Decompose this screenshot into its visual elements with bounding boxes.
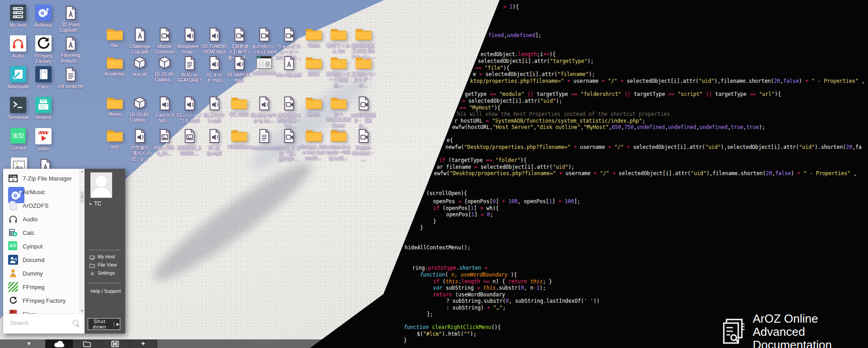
desktop-item[interactable]: init script.txt <box>58 67 83 89</box>
desktop-item[interactable]: あの頃のいつかは.mp4 <box>251 27 277 55</box>
desktop-item[interactable]: ロペVOCALOID Cover Album <box>326 96 351 134</box>
desktop-item[interactable]: Academic <box>102 56 127 76</box>
scroll-up-icon[interactable]: ▲ <box>80 169 85 174</box>
desktop-item[interactable]: voices in a bottle ~%G 比ら同… <box>326 129 351 161</box>
user-shortcut[interactable]: My Host <box>90 254 117 259</box>
desktop-item[interactable]: 米津玄師 x 菅田将暉・『灰… <box>276 96 302 129</box>
desktop-item[interactable]: 3 am lo-fi hph… <box>152 96 177 124</box>
desktop-item-label: sm32423320・【初音… <box>350 112 377 129</box>
start-menu-item[interactable]: Dummy <box>3 267 85 280</box>
start-menu-scrollbar[interactable]: ▲ ≡ ▼ <box>80 169 85 314</box>
start-menu-item[interactable]: 速型 Cyinput <box>3 239 85 253</box>
desktop-item[interactable]: Audio <box>5 35 31 58</box>
start-menu-item[interactable]: 7-zip▤ 7-Zip File Manager <box>3 172 85 185</box>
start-menu-item[interactable]: FFmpeg <box>3 280 85 294</box>
desktop-item[interactable]: CC 2019 <box>226 96 252 117</box>
desktop-item[interactable]: test <box>102 129 127 149</box>
desktop-item[interactable]: 歌初語シリーズ主題曲… <box>326 56 351 88</box>
user-label[interactable]: »TC <box>89 200 101 207</box>
desktop-item[interactable]: 01.キセキ.mp3 <box>202 56 227 83</box>
taskbar-tab[interactable] <box>101 339 129 348</box>
desktop-item[interactable]: 速型 Cyinput <box>5 128 31 150</box>
desktop-item-label: 01.星色.mp3 <box>201 145 227 156</box>
desktop-item[interactable]: 2532832_1 03039… <box>177 129 202 156</box>
brand-logo: ArOZ Online Advanced Documentation <box>720 312 868 348</box>
desktop-item-label: 01.砂かせ中かせ.fla… <box>251 112 277 124</box>
desktop-item[interactable]: 空キにとどけ『仮』曲!?OP… <box>276 129 302 162</box>
desktop-item[interactable]: [190211]虹工作社 5thアルバム… <box>351 27 376 59</box>
user-shortcut[interactable]: Settings <box>90 270 117 276</box>
desktop-item[interactable]: Supper Moment・… <box>351 129 376 162</box>
start-menu-app-list-panel: 7-zip▤ 7-Zip File Manager AirMusic ArOZD… <box>3 169 85 334</box>
taskbar-tab[interactable] <box>73 339 101 348</box>
code-line: getType == "module" || targetType == "fo… <box>465 91 781 97</box>
desktop-item[interactable]: BGM <box>301 56 326 76</box>
start-menu-item[interactable]: Documd <box>3 253 85 267</box>
scroll-down-icon[interactable]: ▼ <box>80 308 85 314</box>
taskbar-tab[interactable] <box>45 339 73 348</box>
desktop-item-label: Meme <box>102 111 128 117</box>
desktop-item[interactable]: features.md <box>251 129 277 150</box>
desktop-item[interactable]: AirMusic <box>31 5 56 28</box>
desktop-item[interactable]: 01.ハジメノワタ.mp3 <box>177 96 202 124</box>
taskbar-collapse-button[interactable]: ▼ <box>23 339 35 348</box>
desktop-item[interactable]: 10-20-40-Calibra… <box>127 96 152 123</box>
desktop-item[interactable]: 03.TOMORROW.mp3 <box>202 27 227 55</box>
desktop-item[interactable]: NotepadA <box>5 66 31 89</box>
desktop-item[interactable]: 03.VAPOR.mp3 <box>226 56 252 83</box>
code-line: } <box>433 218 436 224</box>
desktop-item[interactable]: Gringer, Ash e And Just onx'B… <box>301 129 326 161</box>
start-menu-item[interactable]: ArOZDFS <box>3 199 85 212</box>
desktop-item[interactable]: test.stl <box>127 56 152 77</box>
desktop-item-label: voices in a bottle ~%G 比ら同… <box>326 144 352 161</box>
desktop-item[interactable]: 三月のパンタシア・ガ… <box>351 56 376 88</box>
desktop-item[interactable]: dev doc.pdf <box>276 56 302 77</box>
taskbar-tab[interactable]: + <box>129 339 157 348</box>
desktop-item[interactable]: 青空フィルム fze <box>326 27 351 54</box>
desktop-item[interactable]: Biosphere - Snap… <box>177 27 202 55</box>
panel-divider <box>89 250 121 250</box>
desktop-item[interactable]: 10-20-40-Calibra… <box>152 56 177 83</box>
desktop-item[interactable]: 01.星色.mp3 <box>202 129 227 156</box>
desktop-item[interactable]: FFmpeg Factory <box>31 35 56 64</box>
desktop-item[interactable]: FilterReg Robust… <box>58 36 83 64</box>
start-menu-item[interactable]: FFmpeg Factory <box>3 294 85 307</box>
video-icon <box>233 27 245 42</box>
desktop-item[interactable]: Video <box>301 27 326 48</box>
desktop-item[interactable]: HelloWorld <box>251 56 277 76</box>
start-menu-item[interactable]: Filary <box>3 307 85 314</box>
pdf-icon <box>65 36 77 51</box>
desktop-item[interactable]: 夕空連行『落ちんの恋』p… <box>127 129 152 162</box>
desktop-item[interactable]: 800x-193-6_fix… <box>152 129 177 156</box>
panel-divider <box>89 283 121 283</box>
desktop-item[interactable]: Challenge Cup.pdf <box>127 27 152 55</box>
search-input[interactable] <box>9 319 70 327</box>
desktop-item[interactable]: My Host <box>5 5 31 28</box>
desktop-item[interactable]: TerminalA <box>5 97 31 120</box>
shutdown-button[interactable]: Shut down | ▶ <box>88 318 120 330</box>
desktop-item[interactable]: Meme <box>102 96 127 117</box>
desktop-item[interactable]: BUG or FEATURE:t… <box>177 56 202 89</box>
video-icon <box>283 129 295 143</box>
desktop-item[interactable]: Video <box>31 128 56 151</box>
start-menu-item-label: Cyinput <box>23 243 42 250</box>
pdf-icon <box>65 5 77 20</box>
desktop-item[interactable]: flac <box>102 27 127 48</box>
avatar[interactable] <box>90 172 112 198</box>
desktop-item[interactable]: WriterA <box>31 97 56 120</box>
start-menu-item[interactable]: AirMusic <box>3 185 85 199</box>
desktop-item[interactable]: 3D Point Capsule… <box>58 5 83 33</box>
user-shortcut[interactable]: File View <box>90 262 117 267</box>
desktop-item[interactable]: HKOSCon <box>226 129 252 149</box>
desktop-item[interactable]: sm32423320・【初音… <box>351 96 376 129</box>
desktop-item[interactable]: 01.砂かせ中かせ.fla… <box>251 96 277 124</box>
scroll-handle[interactable]: ≡ <box>80 191 84 203</box>
start-menu-item[interactable]: Calc <box>3 226 85 239</box>
help-support-link[interactable]: Help / Support <box>90 288 121 294</box>
desktop-item[interactable]: Flary <box>31 66 56 89</box>
start-menu-item[interactable]: Audio <box>3 212 85 226</box>
desktop-item[interactable]: Music <box>301 96 326 117</box>
desktop-item[interactable]: 01.夢の中1.mp3 <box>202 96 227 124</box>
search-icon[interactable] <box>73 320 78 325</box>
dummy-icon <box>8 268 18 278</box>
